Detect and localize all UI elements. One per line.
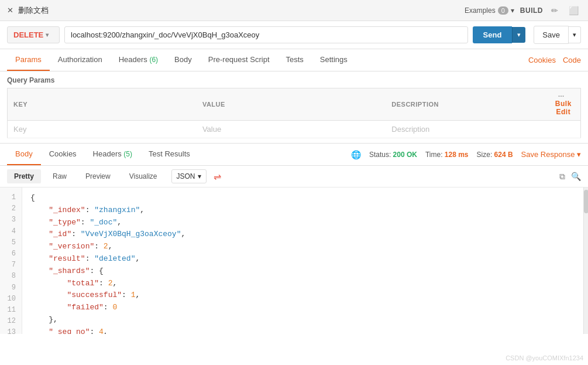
edit-icon[interactable]: ✏ (549, 5, 561, 16)
response-tab-body[interactable]: Body (7, 144, 41, 165)
view-tab-pretty[interactable]: Pretty (7, 169, 41, 183)
response-tabs-bar: Body Cookies Headers (5) Test Results 🌐 … (0, 144, 588, 166)
response-tab-headers[interactable]: Headers (5) (85, 144, 140, 165)
response-section: Body Cookies Headers (5) Test Results 🌐 … (0, 143, 588, 334)
examples-chevron-icon: ▾ (511, 6, 514, 15)
tab-body[interactable]: Body (166, 49, 200, 71)
time-label: Time: 128 ms (425, 151, 469, 159)
scrollbar-thumb[interactable] (584, 190, 588, 213)
examples-label: Examples (465, 6, 496, 15)
toolbar-right-icons: ⧉ 🔍 (559, 172, 581, 182)
code-content: { "_index": "zhangxin", "_type": "_doc",… (22, 187, 583, 334)
description-column-header: DESCRIPTION (386, 88, 546, 121)
key-input-cell[interactable]: Key (8, 121, 197, 138)
response-tab-test-results[interactable]: Test Results (140, 144, 198, 165)
code-link[interactable]: Code (563, 56, 581, 64)
view-tab-visualize[interactable]: Visualize (122, 169, 164, 183)
size-label: Size: 624 B (477, 151, 513, 159)
value-input-cell[interactable]: Value (197, 121, 386, 138)
query-params-title: Query Params (7, 76, 581, 84)
key-column-header: KEY (8, 88, 197, 121)
send-button[interactable]: Send (473, 26, 513, 43)
status-label: Status: 200 OK (369, 151, 417, 159)
url-bar: DELETE ▾ Send ▾ Save ▾ (0, 21, 588, 49)
params-table: KEY VALUE DESCRIPTION ··· Bulk Edit Key … (7, 88, 581, 138)
value-column-header: VALUE (197, 88, 386, 121)
row-options-cell (546, 121, 581, 138)
response-tab-cookies[interactable]: Cookies (41, 144, 85, 165)
response-tabs-left: Body Cookies Headers (5) Test Results (7, 144, 198, 165)
code-area: 1234567891011121314 { "_index": "zhangxi… (0, 187, 588, 334)
title-bar: ✕ 删除文档 Examples 0 ▾ BUILD ✏ ⬜ (0, 0, 588, 21)
examples-count: 0 (498, 6, 508, 15)
page-title: 删除文档 (18, 5, 49, 16)
tab-pre-request-script[interactable]: Pre-request Script (200, 49, 278, 71)
description-input-cell[interactable]: Description (386, 121, 546, 138)
request-tabs-bar: Params Authorization Headers (6) Body Pr… (0, 49, 588, 71)
delete-icon: ✕ (7, 6, 13, 15)
response-status-bar: 🌐 Status: 200 OK Time: 128 ms Size: 624 … (351, 150, 581, 159)
watermark: CSDN @youCOMIXfn1234 (506, 354, 583, 361)
method-select[interactable]: DELETE ▾ (7, 26, 60, 43)
search-icon[interactable]: 🔍 (571, 172, 581, 181)
cookies-link[interactable]: Cookies (528, 56, 556, 64)
query-params-section: Query Params KEY VALUE DESCRIPTION ··· B… (0, 71, 588, 138)
line-numbers: 1234567891011121314 (0, 187, 22, 334)
scrollbar-track (583, 187, 588, 334)
maximize-icon[interactable]: ⬜ (566, 5, 581, 16)
format-select[interactable]: JSON ▾ (171, 169, 207, 183)
tab-settings[interactable]: Settings (312, 49, 356, 71)
tab-params[interactable]: Params (7, 49, 50, 71)
url-input[interactable] (64, 26, 468, 43)
save-button[interactable]: Save (534, 26, 569, 44)
size-value: 624 B (494, 151, 513, 159)
time-value: 128 ms (445, 151, 469, 159)
wrap-icon[interactable]: ⇌ (214, 171, 221, 182)
dots-icon: ··· (558, 93, 565, 100)
bulk-edit-button[interactable]: Bulk Edit (555, 100, 572, 116)
format-chevron-icon: ▾ (198, 172, 201, 180)
options-column-header: ··· Bulk Edit (546, 88, 581, 121)
examples-button[interactable]: Examples 0 ▾ (465, 6, 514, 15)
send-group: Send ▾ (473, 26, 526, 43)
copy-icon[interactable]: ⧉ (559, 172, 565, 182)
globe-icon: 🌐 (351, 150, 361, 159)
method-chevron-icon: ▾ (46, 32, 49, 38)
title-bar-right: Examples 0 ▾ BUILD ✏ ⬜ (465, 5, 581, 16)
save-dropdown-button[interactable]: ▾ (569, 26, 581, 43)
status-value: 200 OK (393, 151, 417, 159)
tab-tests[interactable]: Tests (278, 49, 312, 71)
build-button[interactable]: BUILD (520, 6, 543, 15)
tab-headers[interactable]: Headers (6) (111, 49, 166, 71)
code-toolbar: Pretty Raw Preview Visualize JSON ▾ ⇌ ⧉ … (0, 166, 588, 187)
request-tabs-left: Params Authorization Headers (6) Body Pr… (7, 49, 356, 71)
tab-authorization[interactable]: Authorization (50, 49, 111, 71)
send-dropdown-button[interactable]: ▾ (512, 27, 525, 43)
title-bar-left: ✕ 删除文档 (7, 5, 49, 16)
view-tab-raw[interactable]: Raw (46, 169, 74, 183)
table-row: Key Value Description (8, 121, 581, 138)
method-label: DELETE (13, 30, 43, 39)
save-group: Save ▾ (534, 26, 581, 44)
save-response-button[interactable]: Save Response ▾ (521, 150, 581, 159)
format-label: JSON (177, 172, 195, 180)
view-tab-preview[interactable]: Preview (78, 169, 118, 183)
request-tabs-right: Cookies Code (528, 56, 581, 64)
